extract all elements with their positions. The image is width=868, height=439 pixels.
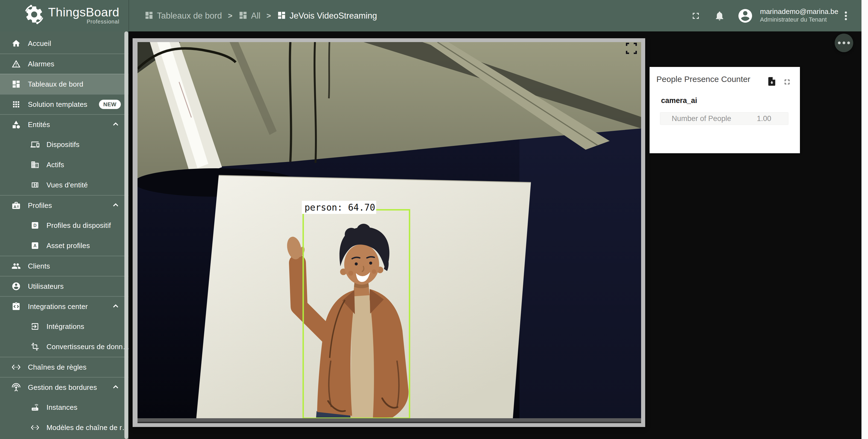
thingsboard-logo[interactable]: ThingsBoard Professional (24, 4, 120, 26)
user-info: marinademo@marina.be Administrateur du T… (760, 7, 838, 24)
dashboard-icon (144, 11, 154, 21)
sidebar-item-accueil[interactable]: Accueil (0, 33, 128, 54)
antenna-icon (11, 383, 21, 392)
new-badge: NEW (99, 100, 121, 109)
warning-icon (11, 59, 21, 69)
video-stream-widget: person: 64.70 (132, 38, 645, 427)
sidebar-item-label: Vues d'entité (46, 181, 88, 189)
transform-icon (31, 342, 39, 351)
logo-title: ThingsBoard (48, 5, 120, 19)
sidebar-item-label: Tableaux de bord (28, 80, 83, 89)
more-horiz-icon (838, 41, 841, 44)
dashboard-icon (11, 79, 21, 89)
chevron-up-icon (111, 200, 120, 211)
sidebar-item-label: Integrations center (28, 302, 88, 311)
export-data-icon[interactable] (767, 76, 777, 88)
category-shapes-icon (11, 120, 21, 129)
user-role: Administrateur du Tenant (760, 16, 838, 24)
more-horiz-icon (847, 41, 850, 44)
people-icon (11, 262, 21, 271)
more-vert-menu-button[interactable] (840, 0, 852, 31)
sidebar-item-label: Modèles de chaîne de r… (46, 424, 128, 432)
sidebar-item-profiles[interactable]: Profiles (0, 195, 128, 215)
user-email: marinademo@marina.be (760, 7, 838, 16)
sidebar-item-profiles-du-dispositif[interactable]: D Profiles du dispositif (0, 215, 128, 235)
settings-ethernet-icon (11, 363, 21, 372)
sidebar-nav: Accueil Alarmes Tableaux de bord Solutio… (0, 31, 128, 439)
header-divider (128, 0, 129, 31)
sidebar-item-integrations-center[interactable]: Integrations center (0, 296, 128, 316)
sidebar-item-chaines-de-regles[interactable]: Chaînes de règles (0, 357, 128, 377)
people-presence-counter-widget: People Presence Counter camera_ai Number… (650, 67, 800, 153)
chevron-up-icon (111, 382, 120, 393)
sidebar-item-alarmes[interactable]: Alarmes (0, 54, 128, 74)
dashboard-more-actions-button[interactable] (835, 34, 853, 52)
svg-text:A: A (33, 243, 37, 248)
sidebar-item-modeles-de-chaine[interactable]: Modèles de chaîne de r… (0, 417, 128, 438)
devices-icon (31, 140, 39, 149)
sidebar-item-actifs[interactable]: Actifs (0, 155, 128, 175)
breadcrumb-label: JeVois VideoStreaming (289, 11, 377, 21)
router-icon (31, 403, 39, 412)
page-scrollbar[interactable] (862, 0, 868, 439)
app-root: ThingsBoard Professional Tableaux de bor… (0, 0, 868, 439)
entity-name: camera_ai (661, 96, 697, 105)
widget-fullscreen-icon[interactable] (783, 78, 791, 87)
integration-clipboard-icon (11, 302, 21, 311)
dashboard-icon (238, 11, 248, 21)
metric-label: Number of People (672, 114, 731, 123)
notifications-bell-icon[interactable] (714, 0, 725, 31)
logo-subtitle: Professional (87, 19, 120, 25)
breadcrumb-item-dashboards[interactable]: Tableaux de bord (144, 11, 222, 21)
sidebar-item-label: Utilisateurs (28, 282, 64, 291)
sidebar-item-integrations[interactable]: Intégrations (0, 316, 128, 337)
video-scrub-bar[interactable] (137, 418, 641, 422)
sidebar-item-label: Accueil (28, 39, 51, 48)
badge-icon (11, 201, 21, 210)
sidebar-item-label: Entités (28, 121, 50, 129)
sidebar-item-dispositifs[interactable]: Dispositifs (0, 134, 128, 155)
sidebar-item-label: Chaînes de règles (28, 363, 86, 372)
sidebar-item-label: Gestion des bordures (28, 383, 97, 392)
fullscreen-button[interactable] (690, 0, 701, 31)
video-stream: person: 64.70 (137, 42, 641, 423)
sidebar-item-label: Intégrations (46, 323, 84, 331)
user-avatar[interactable] (737, 0, 753, 31)
sidebar-item-label: Alarmes (28, 60, 54, 68)
sidebar-scrollbar[interactable] (124, 31, 128, 439)
detection-label: person: 64.70 (305, 202, 375, 213)
sidebar-item-label: Asset profiles (46, 241, 90, 250)
view-quilt-icon (31, 180, 39, 189)
sidebar-item-solution-templates[interactable]: Solution templates NEW (0, 94, 128, 114)
asset-profile-tile-icon: A (31, 241, 39, 250)
apps-grid-icon (11, 100, 21, 109)
sidebar-item-asset-profiles[interactable]: A Asset profiles (0, 235, 128, 256)
breadcrumb-item-all[interactable]: All (238, 11, 260, 21)
sidebar-item-label: Profiles (28, 201, 52, 210)
thingsboard-gear-icon (24, 4, 44, 26)
settings-ethernet-icon (31, 423, 39, 432)
sidebar-item-label: Clients (28, 262, 50, 270)
sidebar-item-label: Actifs (46, 161, 64, 169)
sidebar-item-utilisateurs[interactable]: Utilisateurs (0, 276, 128, 296)
sidebar-item-convertisseurs[interactable]: Convertisseurs de donn… (0, 337, 128, 357)
svg-text:D: D (33, 223, 37, 228)
sidebar-item-label: Profiles du dispositif (46, 221, 111, 230)
device-profile-tile-icon: D (31, 221, 39, 230)
sidebar-item-entites[interactable]: Entités (0, 114, 128, 134)
home-icon (11, 39, 21, 48)
sidebar-item-gestion-des-bordures[interactable]: Gestion des bordures (0, 377, 128, 397)
sidebar-item-tableaux-de-bord[interactable]: Tableaux de bord (0, 74, 128, 94)
metric-row: Number of People 1.00 (660, 112, 788, 125)
sidebar-item-clients[interactable]: Clients (0, 256, 128, 276)
sidebar-item-vues-entite[interactable]: Vues d'entité (0, 175, 128, 195)
metric-value: 1.00 (757, 114, 771, 123)
chevron-up-icon (111, 120, 120, 130)
sidebar-item-instances[interactable]: Instances (0, 397, 128, 417)
breadcrumb: Tableaux de bord > All > JeVois VideoStr… (144, 0, 377, 31)
top-header: ThingsBoard Professional Tableaux de bor… (0, 0, 868, 31)
breadcrumb-item-current-dashboard[interactable]: JeVois VideoStreaming (277, 11, 377, 21)
breadcrumb-separator: > (227, 11, 233, 20)
sidebar-item-label: Solution templates (28, 100, 88, 109)
sidebar-item-label: Convertisseurs de donn… (46, 343, 128, 351)
